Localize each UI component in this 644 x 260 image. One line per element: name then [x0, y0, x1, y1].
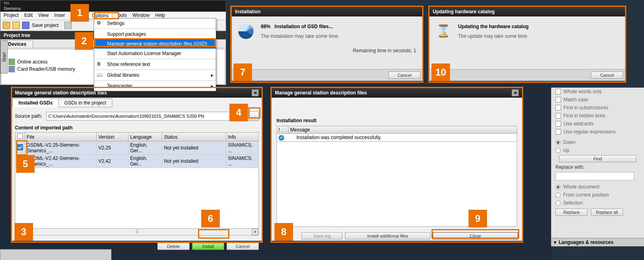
annot-4: 4	[229, 104, 248, 121]
scope-from-pos[interactable]: From current position	[551, 191, 644, 199]
save-project-label[interactable]: Save project	[32, 23, 59, 28]
installation-dialog: Installation 88% Installation of GSD fil…	[231, 6, 423, 81]
menu-insert[interactable]: Inser	[54, 12, 65, 19]
new-project-icon[interactable]	[3, 22, 10, 29]
h-scrollbar[interactable]: <⠿>	[15, 229, 259, 235]
dir-down[interactable]: Down	[551, 138, 644, 146]
scope-whole-doc[interactable]: Whole document	[551, 183, 644, 191]
result-table: !Message ✔ Installation was completed su…	[277, 126, 517, 142]
opt-match-case[interactable]: Match case	[551, 96, 644, 104]
save-log-button[interactable]: Save log	[301, 232, 343, 240]
checkbox-icon[interactable]	[17, 144, 23, 150]
close-icon[interactable]: ✕	[512, 89, 519, 96]
table-row[interactable]: GSDML-V2.42-Siemens-Sinamics_...V2.42Eng…	[15, 155, 259, 168]
annot-10: 10	[431, 63, 450, 81]
mi-settings[interactable]: ⚙Settings	[94, 18, 216, 28]
opt-whole-words[interactable]: Whole words only	[551, 88, 644, 96]
print-icon[interactable]	[64, 22, 72, 29]
annot-7: 7	[233, 63, 252, 81]
options-dropdown: ⚙Settings Support packages Manage genera…	[94, 18, 216, 91]
delete-button[interactable]: Delete	[157, 243, 190, 250]
network-icon	[8, 59, 15, 65]
annot-8: 8	[275, 223, 293, 241]
tab-gsds-in-project[interactable]: GSDs in the project	[58, 98, 112, 107]
menu-edit[interactable]: Edit	[24, 12, 33, 19]
opt-regex[interactable]: Use regular expressions	[551, 128, 644, 136]
source-path-input[interactable]	[46, 112, 244, 121]
gsd-file-table: FileVersionLanguageStatusInfo GSDML-V2.2…	[15, 132, 259, 168]
opt-wildcards[interactable]: Use wildcards	[551, 120, 644, 128]
gear-icon: ⚙	[97, 20, 104, 27]
hourglass-icon: ⌛	[436, 24, 451, 39]
update-cancel-button[interactable]: Cancel	[591, 72, 623, 79]
install-cancel-button[interactable]: Cancel	[388, 72, 421, 79]
close-icon[interactable]: ✕	[252, 89, 259, 96]
installation-result-label: Installation result	[272, 98, 522, 126]
annot-9: 9	[469, 210, 487, 227]
annot-2: 2	[75, 32, 93, 50]
installation-dialog-title: Installation	[232, 7, 423, 16]
annot-6: 6	[201, 210, 220, 227]
mi-show-reference[interactable]: 🗎Show reference text	[94, 59, 216, 69]
replace-with-label: Replace with:	[551, 163, 644, 171]
replace-all-button[interactable]: Replace all	[591, 209, 623, 216]
scope-selection[interactable]: Selection	[551, 199, 644, 207]
open-project-icon[interactable]	[12, 22, 20, 29]
manage-gsd-dialog: Manage general station description files…	[11, 88, 262, 241]
browse-button[interactable]: …	[248, 111, 259, 121]
install-button[interactable]: Install	[192, 243, 224, 250]
annot-5: 5	[16, 155, 35, 173]
spinner-icon	[238, 24, 254, 39]
opt-substructures[interactable]: Find in substructures	[551, 104, 644, 112]
success-icon: ✔	[279, 135, 284, 141]
replace-input[interactable]	[555, 172, 634, 180]
mi-manage-gsd[interactable]: Manage general station description files…	[94, 39, 216, 49]
update-catalog-title: Updating hardware catalog	[429, 7, 625, 16]
content-of-path-label: Content of imported path	[12, 125, 262, 131]
app-titlebar: TIASiemens	[0, 0, 226, 12]
mi-global-libraries[interactable]: 📖Global libraries▸	[94, 70, 216, 80]
usb-icon	[8, 66, 15, 72]
tab-installed-gsds[interactable]: Installed GSDs	[12, 98, 59, 107]
table-row: ✔ Installation was completed successfull…	[277, 134, 517, 142]
dir-up[interactable]: Up	[551, 146, 644, 154]
menu-project[interactable]: Project	[4, 12, 19, 19]
annot-3: 3	[14, 223, 33, 241]
replace-button[interactable]: Replace	[555, 209, 588, 216]
opt-hidden-texts[interactable]: Find in hidden texts	[551, 112, 644, 120]
source-path-label: Source path:	[15, 113, 42, 119]
table-row[interactable]: GSDML-V2.25-Siemens-Sinamics_...V2.25Eng…	[15, 141, 259, 155]
find-replace-panel: Whole words only Match case Find in subs…	[551, 88, 644, 246]
mi-teamcenter[interactable]: Teamcenter▸	[94, 81, 216, 91]
mi-support-packages[interactable]: Support packages	[94, 29, 216, 39]
languages-resources-tab[interactable]: ▾Languages & resources	[551, 238, 644, 246]
start-tab[interactable]: Start	[0, 41, 8, 74]
cancel-button[interactable]: Cancel	[227, 243, 259, 250]
install-additional-button[interactable]: Install additional files	[345, 232, 430, 240]
update-catalog-dialog: Updating hardware catalog ⌛ Updating the…	[429, 6, 625, 81]
save-icon[interactable]	[22, 22, 29, 29]
find-button[interactable]: Find	[559, 155, 636, 162]
close-button[interactable]: Close	[433, 232, 518, 240]
annot-1: 1	[70, 4, 89, 22]
mi-start-alm[interactable]: Start Automation License Manager	[94, 49, 216, 58]
book-icon: 📖	[97, 72, 104, 78]
menu-view[interactable]: View	[38, 12, 49, 19]
doc-icon: 🗎	[97, 61, 104, 68]
